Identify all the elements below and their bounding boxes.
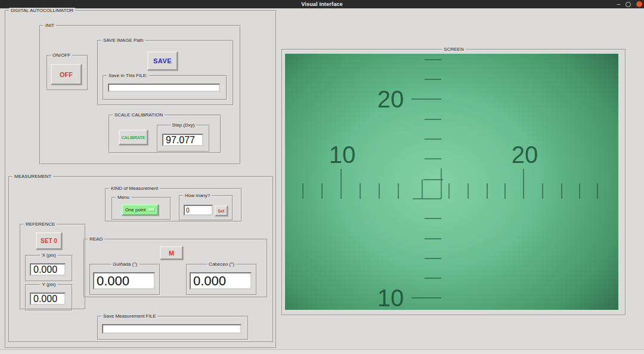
screen-display: 20101020	[285, 54, 618, 310]
how-many-label: How many?	[183, 193, 212, 199]
step-dxy-label: Step (Dxy)	[171, 122, 197, 128]
reference-label: REFERENCE	[24, 221, 57, 227]
save-button[interactable]: SAVE	[147, 51, 178, 70]
measure-button[interactable]: M	[160, 246, 183, 260]
svg-text:10: 10	[377, 285, 404, 310]
step-dxy-value: 97.077	[162, 134, 203, 146]
close-icon[interactable]	[636, 1, 642, 7]
how-many-input[interactable]	[184, 205, 213, 216]
maximize-icon[interactable]	[626, 2, 631, 7]
minimize-icon[interactable]: –	[617, 1, 620, 7]
screen-reticle: 20101020	[285, 54, 618, 310]
save-file-input[interactable]	[108, 84, 220, 92]
read-label: READ	[88, 236, 104, 242]
titlebar: Visual Interface –	[0, 0, 644, 8]
measurement-kind-selected: One point	[125, 207, 146, 213]
save-image-path-label: SAVE IMAGE Path	[101, 38, 145, 44]
x-pix-label: X (pix)	[40, 253, 57, 258]
digital-autocollimator-label: DIGITAL AUTOCOLLIMATOR	[9, 8, 75, 14]
window-bottom-strip	[0, 349, 644, 354]
save-measurement-input[interactable]	[102, 324, 242, 334]
menu-label: Menu	[116, 195, 131, 201]
dropdown-indicator-icon	[148, 208, 155, 211]
window-controls: –	[617, 0, 642, 8]
save-in-this-file-label: Save in This FILE:	[107, 73, 149, 79]
cabeceo-label: Cabeceo (°)	[207, 261, 236, 267]
svg-text:10: 10	[329, 141, 356, 168]
measurement-label: MEASUREMENT	[13, 174, 53, 180]
screen-label: SCREEN	[442, 47, 465, 53]
measurement-kind-dropdown[interactable]: One point	[122, 204, 159, 216]
guinada-label: Guiñada (°)	[111, 261, 139, 267]
application-window: Visual Interface – DIGITAL AUTOCOLLIMATO…	[0, 0, 644, 354]
y-pix-label: Y (pix)	[41, 282, 58, 288]
set-zero-button[interactable]: SET 0	[36, 232, 62, 250]
window-title: Visual Interface	[301, 1, 343, 7]
calibrate-button[interactable]: CALIBRATE	[119, 130, 148, 145]
guinada-value: 0.000	[93, 272, 155, 290]
svg-text:20: 20	[512, 141, 538, 168]
x-pix-value: 0.000	[30, 263, 66, 276]
scale-calibration-label: SCALE CALIBRATION	[113, 112, 165, 118]
kind-of-measurement-label: KIND of Measurement	[109, 186, 160, 192]
y-pix-value: 0.000	[30, 293, 66, 305]
save-measurement-file-label: Save Measurement FILE	[101, 313, 157, 319]
off-button[interactable]: OFF	[51, 64, 82, 85]
cabeceo-value: 0.000	[190, 272, 252, 290]
onoff-label: ON/OFF	[51, 53, 72, 59]
init-label: INIT	[44, 23, 56, 29]
set-button[interactable]: Set	[215, 205, 228, 216]
svg-text:20: 20	[377, 86, 404, 112]
